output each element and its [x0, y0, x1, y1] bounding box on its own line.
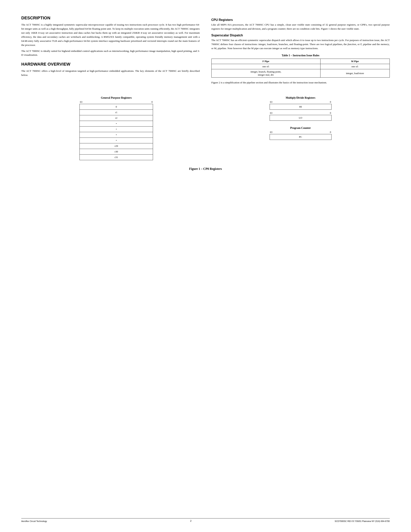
mdr-bit-right: 0: [330, 101, 331, 104]
description-para-1: The ACT 7000SC is a highly integrated sy…: [21, 23, 200, 47]
mdr-group: Multiply/Divide Registers 63 0 HI 63 0: [270, 96, 332, 121]
gpr-table-row: •: [80, 138, 153, 143]
gpr-table-row: r1: [80, 110, 153, 115]
gpr-table-row: •: [80, 132, 153, 138]
gpr-table-row: •: [80, 121, 153, 126]
gpr-row-cell: •: [80, 121, 153, 126]
footer-center: 2: [190, 520, 191, 522]
figure1-area: General Purpose Registers 63 0 0r1r2••••…: [21, 96, 390, 160]
superscalar-dispatch-para: The ACT 7000SC has an efficient symmetri…: [211, 38, 390, 50]
gpr-table-row: r2: [80, 115, 153, 121]
pc-group: Program Counter 63 0 PC: [270, 126, 332, 140]
superscalar-dispatch-title: Superscalar Dispatch: [211, 34, 390, 37]
gpr-title: General Purpose Registers: [101, 96, 132, 99]
gpr-row-cell: r1: [80, 110, 153, 115]
left-column: DESCRIPTION The ACT 7000SC is a highly i…: [21, 16, 200, 87]
hardware-overview-para: The ACT 7000SC offers a high-level of in…: [21, 69, 200, 77]
table-row2-mpipe: integer, load/store: [320, 69, 390, 77]
table-header-mpipe: M Pipe: [320, 59, 390, 64]
pc-bit-labels: 63 0: [270, 131, 332, 134]
table-header-fpipe: F Pipe: [211, 59, 320, 64]
gpr-bit-labels: 63 0: [79, 101, 153, 104]
mdr-lo-table: LO: [270, 115, 332, 121]
right-column: CPU Registers Like all MIPS ISA processo…: [211, 16, 390, 87]
instruction-issue-table: F Pipe M Pipe one of: one of: integer, b…: [211, 59, 390, 77]
gpr-table-row: r31: [80, 154, 153, 160]
mdr-bit-left: 63: [270, 101, 272, 104]
gpr-row-cell: r30: [80, 149, 153, 154]
mdr-lo-bit-labels: 63 0: [270, 112, 332, 114]
mdr-lo-bit-right: 0: [330, 112, 331, 114]
gpr-table-row: r29: [80, 143, 153, 149]
gpr-row-cell: •: [80, 126, 153, 132]
mdr-hi-bit-labels: 63 0: [270, 101, 332, 104]
gpr-group: General Purpose Registers 63 0 0r1r2••••…: [79, 96, 153, 160]
cpu-registers-title: CPU Registers: [211, 18, 390, 22]
footer-left: Aeroflex Circuit Technology: [21, 520, 47, 522]
gpr-bit-left: 63: [80, 101, 82, 104]
gpr-row-cell: r29: [80, 143, 153, 149]
mdr-title: Multiply/Divide Registers: [286, 96, 316, 99]
pc-cell: PC: [270, 134, 331, 140]
table-row2-fpipe: integer, branch, floating-point,integer …: [211, 69, 320, 77]
footer-right: SCD7000SC REV B 7/30/01 Plainview NY (51…: [335, 520, 390, 522]
table1-title: Table 1 – Instruction Issue Rules: [211, 54, 390, 57]
main-content: DESCRIPTION The ACT 7000SC is a highly i…: [21, 16, 390, 87]
description-para-2: The ACT 7000SC is ideally suited for hig…: [21, 49, 200, 57]
page: DESCRIPTION The ACT 7000SC is a highly i…: [0, 0, 411, 532]
table-row1-mpipe: one of:: [320, 64, 390, 69]
gpr-bit-right: 0: [151, 101, 153, 104]
gpr-table-row: •: [80, 126, 153, 132]
page-footer: Aeroflex Circuit Technology 2 SCD7000SC …: [21, 518, 390, 522]
description-title: DESCRIPTION: [21, 16, 200, 20]
pc-bit-right: 0: [330, 131, 331, 134]
hardware-overview-section: HARDWARE OVERVIEW The ACT 7000SC offers …: [21, 62, 200, 77]
gpr-table-row: r30: [80, 149, 153, 154]
pc-bit-left: 63: [270, 131, 272, 134]
mdr-hi-table: HI: [270, 104, 332, 110]
mdr-hi-cell: HI: [270, 104, 331, 110]
table-row1-fpipe: one of:: [211, 64, 320, 69]
gpr-row-cell: •: [80, 132, 153, 138]
pc-title: Program Counter: [290, 126, 311, 130]
mdr-lo-cell: LO: [270, 115, 331, 121]
gpr-row-cell: •: [80, 138, 153, 143]
gpr-row-cell: 0: [80, 104, 153, 110]
figure1-caption: Figure 1 – CP0 Registers: [21, 167, 390, 171]
mdr-lo-bit-left: 63: [270, 112, 272, 114]
figure2-caption-text: Figure 2 is a simplification of the pipe…: [211, 81, 390, 85]
hardware-overview-title: HARDWARE OVERVIEW: [21, 62, 200, 67]
pc-table: PC: [270, 134, 332, 140]
cpu-registers-para: Like all MIPS ISA processors, the ACT 70…: [211, 23, 390, 31]
right-register-groups: Multiply/Divide Registers 63 0 HI 63 0: [270, 96, 332, 140]
gpr-table-row: 0: [80, 104, 153, 110]
gpr-row-cell: r2: [80, 115, 153, 121]
gpr-table: 0r1r2••••r29r30r31: [79, 104, 153, 160]
gpr-row-cell: r31: [80, 154, 153, 160]
